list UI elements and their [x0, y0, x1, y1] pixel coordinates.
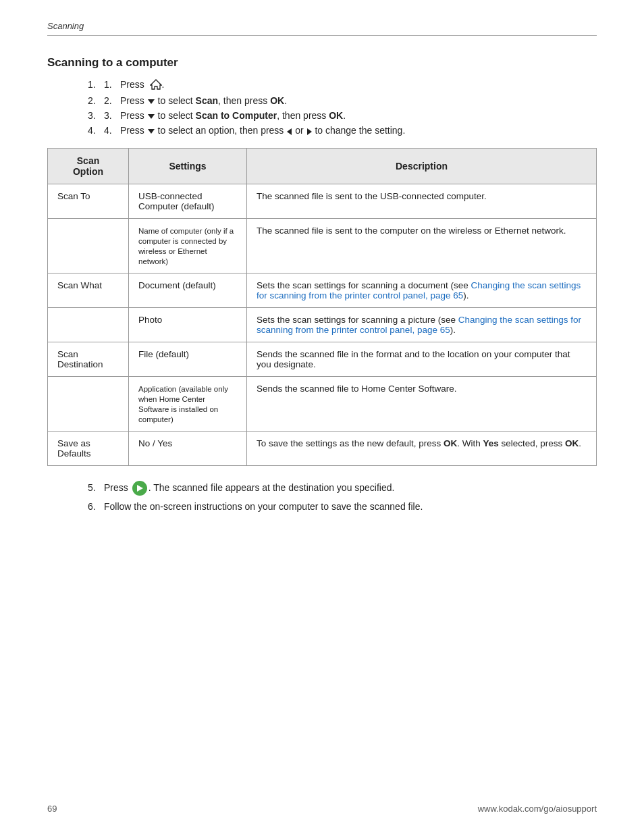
settings-cell-dest-1: File (default): [129, 342, 247, 377]
step-6: 6. Follow the on-screen instructions on …: [88, 501, 597, 512]
scan-option-cell-save: Save as Defaults: [48, 432, 129, 466]
scan-option-cell-empty-3: [48, 377, 129, 432]
svg-marker-0: [151, 80, 161, 89]
table-row: Scan To USB-connected Computer (default)…: [48, 184, 597, 219]
page-number: 69: [47, 804, 57, 814]
step-5: 5. Press . The scanned file appears at t…: [88, 481, 597, 496]
page-footer: 69 www.kodak.com/go/aiosupport: [0, 804, 644, 814]
scan-option-cell-empty-2: [48, 308, 129, 342]
col-header-scan-option: ScanOption: [48, 149, 129, 184]
settings-cell-what-1: Document (default): [129, 273, 247, 308]
table-row: Scan Destination File (default) Sends th…: [48, 342, 597, 377]
scan-option-cell-empty: [48, 219, 129, 273]
scan-option-cell-dest: Scan Destination: [48, 342, 129, 377]
step-3: 3. Press to select Scan to Computer, the…: [88, 110, 597, 121]
description-cell-2: The scanned file is sent to the computer…: [247, 219, 597, 273]
arrow-down-icon: [148, 99, 155, 104]
col-header-description: Description: [247, 149, 597, 184]
scan-option-cell: Scan To: [48, 184, 129, 219]
scan-options-table: ScanOption Settings Description Scan To …: [47, 148, 597, 466]
footer-url: www.kodak.com/go/aiosupport: [478, 804, 597, 814]
table-row: Application (available only when Home Ce…: [48, 377, 597, 432]
description-cell-dest-1: Sends the scanned file in the format and…: [247, 342, 597, 377]
breadcrumb: Scanning: [47, 21, 84, 31]
arrow-left-icon: [287, 128, 292, 135]
arrow-down-icon-2: [148, 114, 155, 119]
link-scan-settings-doc[interactable]: Changing the scan settings for scanning …: [257, 280, 581, 301]
page: Scanning Scanning to a computer 1. Press…: [0, 0, 644, 834]
description-cell-save: To save the settings as the new default,…: [247, 432, 597, 466]
home-icon: [150, 78, 162, 90]
settings-cell: USB-connected Computer (default): [129, 184, 247, 219]
settings-cell-what-2: Photo: [129, 308, 247, 342]
description-cell-dest-2: Sends the scanned file to Home Center So…: [247, 377, 597, 432]
section-title: Scanning to a computer: [47, 56, 597, 70]
col-header-settings: Settings: [129, 149, 247, 184]
arrow-down-icon-3: [148, 129, 155, 134]
scan-option-cell-what: Scan What: [48, 273, 129, 308]
description-cell: The scanned file is sent to the USB-conn…: [247, 184, 597, 219]
settings-cell-save: No / Yes: [129, 432, 247, 466]
link-scan-settings-photo[interactable]: Changing the scan settings for scanning …: [257, 315, 581, 335]
instructions-list: 1. Press . 2. Press to select Scan, then…: [88, 79, 597, 136]
description-cell-what-2: Sets the scan settings for scanning a pi…: [247, 308, 597, 342]
arrow-right-icon: [307, 128, 312, 135]
page-header: Scanning: [47, 20, 597, 36]
play-icon: [132, 481, 147, 496]
table-row: Name of computer (only if a computer is …: [48, 219, 597, 273]
table-row: Save as Defaults No / Yes To save the se…: [48, 432, 597, 466]
step-1: 1. Press .: [88, 79, 597, 91]
settings-cell-2: Name of computer (only if a computer is …: [129, 219, 247, 273]
table-row: Scan What Document (default) Sets the sc…: [48, 273, 597, 308]
step-4: 4. Press to select an option, then press…: [88, 125, 597, 136]
description-cell-what-1: Sets the scan settings for scanning a do…: [247, 273, 597, 308]
settings-cell-dest-2: Application (available only when Home Ce…: [129, 377, 247, 432]
step-2: 2. Press to select Scan, then press OK.: [88, 95, 597, 106]
table-row: Photo Sets the scan settings for scannin…: [48, 308, 597, 342]
